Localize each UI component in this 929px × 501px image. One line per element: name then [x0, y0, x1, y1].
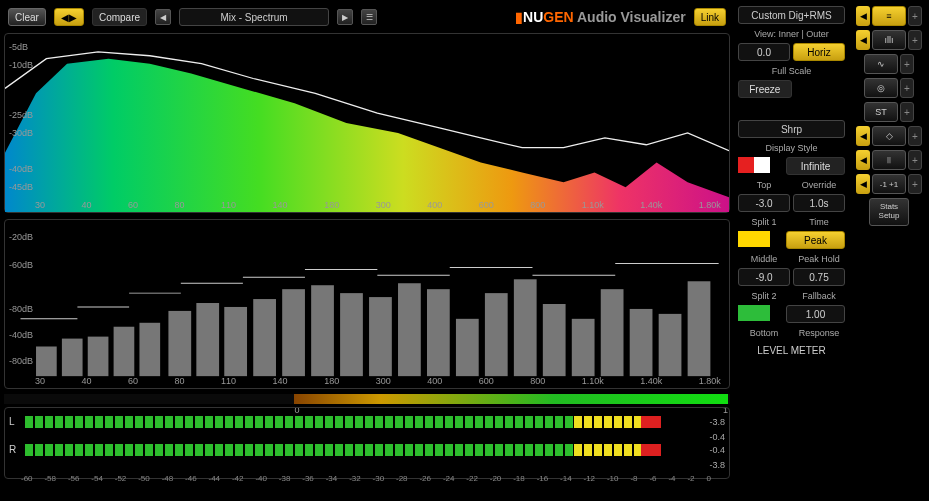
svg-rect-6: [196, 303, 219, 376]
svg-rect-1: [62, 339, 83, 377]
freq-label: 1.40k: [640, 376, 662, 386]
third-octave-analyzer[interactable]: -20dB -60dB -80dB -40dB -80dB 30 40 60 8…: [4, 219, 730, 389]
tool-add-1[interactable]: +: [908, 6, 922, 26]
bottom-label: Bottom: [738, 328, 790, 338]
freq-label: 800: [530, 376, 545, 386]
app-title: ▮NUGEN Audio Visualizer: [515, 9, 686, 25]
tool-bars-icon[interactable]: ıllı: [872, 30, 906, 50]
db-label: -40dB: [9, 164, 33, 174]
view-label: View: Inner | Outer: [738, 29, 845, 39]
db-label: -45dB: [9, 182, 33, 192]
tool-add-5[interactable]: +: [900, 102, 914, 122]
freq-label: 1.40k: [640, 200, 662, 210]
svg-rect-4: [139, 323, 160, 376]
peak-button[interactable]: Peak: [786, 231, 845, 249]
stats-setup-button[interactable]: Stats Setup: [869, 198, 909, 226]
fullscale-value[interactable]: 0.0: [738, 43, 790, 61]
svg-rect-0: [36, 346, 57, 376]
prev-preset-button[interactable]: ◀: [155, 9, 171, 25]
tool-add-7[interactable]: +: [908, 150, 922, 170]
db-label: -5dB: [9, 42, 28, 52]
meter-channel-r: R: [9, 444, 21, 455]
tool-wave-icon[interactable]: ∿: [864, 54, 898, 74]
svg-rect-13: [398, 283, 421, 376]
menu-button[interactable]: ☰: [361, 9, 377, 25]
freq-label: 600: [479, 376, 494, 386]
svg-rect-3: [114, 327, 135, 376]
meter-scale: -60-58-56-54-52-50-48-46-44-42-40-38-36-…: [9, 474, 725, 483]
preset-title[interactable]: Mix - Spectrum: [179, 8, 329, 26]
meter-l-val: -0.4: [699, 432, 725, 442]
svg-rect-23: [688, 281, 711, 376]
time-value[interactable]: 1.0s: [793, 194, 845, 212]
mode-select[interactable]: Custom Dig+RMS: [738, 6, 845, 24]
fallback-label: Fallback: [793, 291, 845, 301]
svg-rect-8: [253, 299, 276, 376]
tool-prev-3[interactable]: ◀: [856, 126, 870, 146]
top-color[interactable]: [738, 157, 783, 175]
level-meter: L -3.8 -0.4 R -0.4: [4, 407, 730, 479]
tool-prev-4[interactable]: ◀: [856, 150, 870, 170]
freq-label: 1.10k: [582, 376, 604, 386]
ab-toggle[interactable]: ◀▶: [54, 8, 84, 26]
tool-offset[interactable]: -1 +1: [872, 174, 906, 194]
play-button[interactable]: ▶: [337, 9, 353, 25]
tool-add-6[interactable]: +: [908, 126, 922, 146]
tool-add-3[interactable]: +: [900, 54, 914, 74]
tool-prev-2[interactable]: ◀: [856, 30, 870, 50]
freq-label: 60: [128, 200, 138, 210]
override-label: Override: [793, 180, 845, 190]
freq-label: 400: [427, 376, 442, 386]
link-button[interactable]: Link: [694, 8, 726, 26]
tool-scope-icon[interactable]: ◎: [864, 78, 898, 98]
tool-prev[interactable]: ◀: [856, 6, 870, 26]
svg-rect-22: [659, 314, 682, 376]
svg-rect-14: [427, 289, 450, 376]
meter-l-peak: -3.8: [699, 417, 725, 427]
tool-correlation-icon[interactable]: ⫴: [872, 150, 906, 170]
tool-diamond-icon[interactable]: ◇: [872, 126, 906, 146]
response-value[interactable]: 1.00: [786, 305, 845, 323]
svg-rect-12: [369, 297, 392, 376]
horiz-button[interactable]: Horiz: [793, 43, 845, 61]
svg-rect-19: [572, 319, 595, 376]
fallback-value[interactable]: 0.75: [793, 268, 845, 286]
tool-st-icon[interactable]: ST: [864, 102, 898, 122]
freq-label: 110: [221, 376, 236, 386]
freq-label: 1.80k: [699, 376, 721, 386]
freq-label: 400: [427, 200, 442, 210]
svg-rect-18: [543, 304, 566, 376]
tool-spectrum-icon[interactable]: ≡: [872, 6, 906, 26]
freeze-button[interactable]: Freeze: [738, 80, 792, 98]
tool-add-4[interactable]: +: [900, 78, 914, 98]
freq-label: 40: [82, 200, 92, 210]
freq-label: 600: [479, 200, 494, 210]
override-button[interactable]: Infinite: [786, 157, 845, 175]
clear-button[interactable]: Clear: [8, 8, 46, 26]
tool-add-2[interactable]: +: [908, 30, 922, 50]
svg-rect-16: [485, 293, 508, 376]
bottom-color[interactable]: [738, 305, 783, 323]
svg-rect-15: [456, 319, 479, 376]
freq-label: 1.10k: [582, 200, 604, 210]
split1-value[interactable]: -3.0: [738, 194, 790, 212]
display-style-label: Display Style: [738, 143, 845, 153]
svg-rect-17: [514, 279, 537, 376]
compare-button[interactable]: Compare: [92, 8, 147, 26]
split2-value[interactable]: -9.0: [738, 268, 790, 286]
meter-r-val: -0.4: [699, 445, 725, 455]
freq-label: 30: [35, 376, 45, 386]
freq-label: 80: [175, 200, 185, 210]
spectrum-analyzer[interactable]: -5dB -10dB -25dB -30dB -40dB -45dB 30 40…: [4, 33, 730, 213]
fullscale-label: Full Scale: [738, 66, 845, 76]
freq-label: 300: [376, 376, 391, 386]
freq-label: 60: [128, 376, 138, 386]
db-label: -40dB: [9, 330, 33, 340]
tool-add-8[interactable]: +: [908, 174, 922, 194]
svg-rect-10: [311, 285, 334, 376]
tool-prev-5[interactable]: ◀: [856, 174, 870, 194]
db-label: -10dB: [9, 60, 33, 70]
freq-label: 180: [324, 200, 339, 210]
middle-color[interactable]: [738, 231, 783, 249]
display-style-value[interactable]: Shrp: [738, 120, 845, 138]
